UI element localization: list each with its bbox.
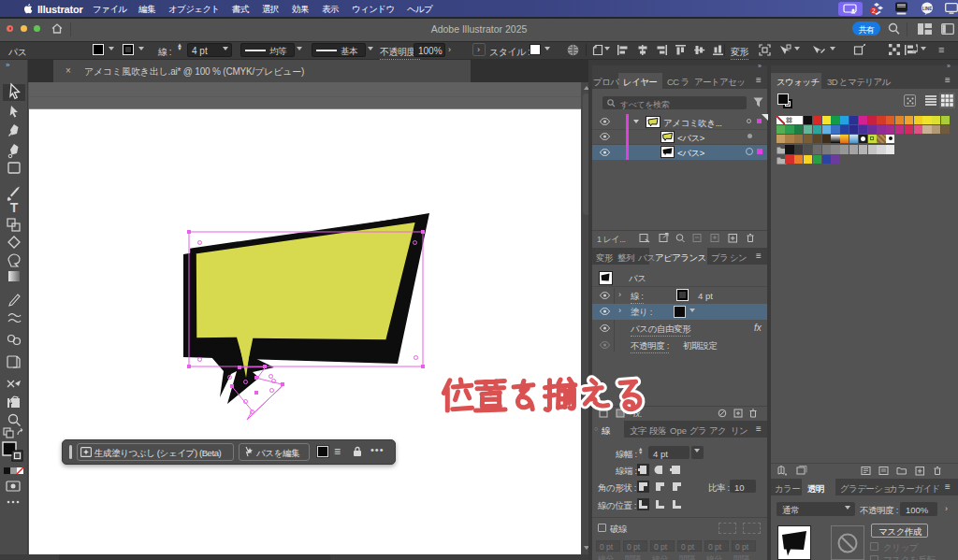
svg-text:LINE: LINE	[922, 7, 932, 11]
svg-text:T: T	[10, 200, 19, 215]
svg-text:2: 2	[872, 7, 876, 14]
